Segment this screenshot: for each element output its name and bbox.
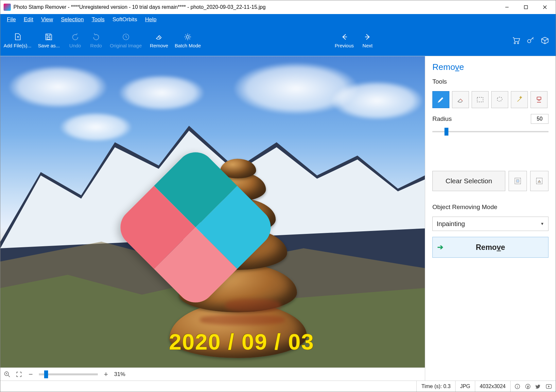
- panel-heading: Remove: [432, 62, 548, 72]
- tool-marker[interactable]: [432, 91, 449, 108]
- svg-point-8: [517, 42, 519, 44]
- arrow-left-icon: [340, 32, 349, 41]
- mode-select[interactable]: Inpainting ▼: [432, 217, 548, 231]
- mode-label: Object Removing Mode: [432, 204, 548, 211]
- svg-rect-1: [524, 6, 528, 9]
- add-files-button[interactable]: Add File(s)...: [0, 25, 35, 56]
- date-stamp-text: 2020 / 09 / 03: [169, 329, 314, 354]
- svg-point-15: [6, 373, 7, 374]
- maximize-button[interactable]: [516, 0, 535, 14]
- svg-rect-4: [47, 37, 50, 39]
- svg-rect-17: [537, 97, 541, 100]
- window-title: Photo Stamp Remover - ****Unregistered v…: [13, 4, 497, 10]
- status-time: Time (s): 0.3: [416, 381, 455, 392]
- batch-mode-button[interactable]: Batch Mode: [171, 25, 204, 56]
- run-arrow-icon: ➔: [437, 243, 443, 252]
- gear-icon: [183, 32, 192, 41]
- status-format: JPG: [455, 381, 475, 392]
- box-icon[interactable]: [540, 36, 550, 45]
- undo-icon: [71, 32, 80, 41]
- zoom-percent: 31%: [114, 371, 125, 378]
- tool-clone-stamp[interactable]: [530, 91, 547, 108]
- menu-edit[interactable]: Edit: [20, 15, 37, 24]
- svg-point-14: [5, 372, 9, 376]
- mode-value: Inpainting: [437, 220, 465, 228]
- menu-selection[interactable]: Selection: [57, 15, 88, 24]
- previous-button[interactable]: Previous: [331, 25, 357, 56]
- zoom-actual-icon[interactable]: [4, 371, 11, 378]
- app-icon: [4, 4, 11, 11]
- menu-tools[interactable]: Tools: [88, 15, 109, 24]
- undo-button: Undo: [65, 25, 86, 56]
- tool-magic-wand[interactable]: [511, 91, 528, 108]
- menu-help[interactable]: Help: [141, 15, 160, 24]
- zoom-out-button[interactable]: −: [27, 371, 34, 378]
- menu-view[interactable]: View: [37, 15, 57, 24]
- tool-lasso-select[interactable]: [491, 91, 508, 108]
- tool-eraser[interactable]: [452, 91, 469, 108]
- chevron-down-icon: ▼: [540, 221, 544, 226]
- radius-label: Radius: [432, 115, 452, 122]
- save-selection-button[interactable]: [509, 171, 527, 191]
- add-file-icon: [13, 32, 22, 41]
- redo-icon: [92, 32, 101, 41]
- key-icon[interactable]: [526, 36, 535, 45]
- info-icon[interactable]: [514, 383, 521, 390]
- arrow-right-icon: [363, 32, 372, 41]
- original-image-button: Original Image: [107, 25, 145, 56]
- load-selection-button[interactable]: [530, 171, 548, 191]
- save-as-button[interactable]: Save as...: [35, 25, 63, 56]
- save-icon: [44, 32, 53, 41]
- svg-point-7: [514, 42, 515, 44]
- cart-icon[interactable]: [511, 36, 521, 45]
- next-button[interactable]: Next: [357, 25, 378, 56]
- svg-point-6: [186, 36, 189, 38]
- twitter-icon[interactable]: [535, 383, 542, 390]
- zoom-fit-icon[interactable]: [15, 371, 23, 378]
- minimize-button[interactable]: [497, 0, 516, 14]
- facebook-icon[interactable]: [524, 383, 531, 390]
- tools-label: Tools: [432, 78, 548, 85]
- remove-button[interactable]: Remove: [147, 25, 171, 56]
- zoom-in-button[interactable]: +: [102, 371, 110, 378]
- zoom-slider[interactable]: [39, 373, 98, 375]
- redo-button: Redo: [86, 25, 107, 56]
- close-button[interactable]: [535, 0, 554, 14]
- radius-slider[interactable]: [432, 131, 548, 132]
- radius-input[interactable]: [531, 114, 548, 124]
- image-canvas[interactable]: 2020 / 09 / 03: [0, 56, 425, 368]
- tool-rectangle-select[interactable]: [472, 91, 489, 108]
- menu-file[interactable]: File: [3, 15, 20, 24]
- status-dimensions: 4032x3024: [475, 381, 510, 392]
- youtube-icon[interactable]: [545, 383, 552, 390]
- eraser-icon: [154, 32, 164, 41]
- clear-selection-button[interactable]: Clear Selection: [432, 171, 505, 191]
- panel-remove-button[interactable]: ➔ Remove: [432, 237, 548, 258]
- menu-softorbits[interactable]: SoftOrbits: [109, 15, 141, 24]
- original-image-icon: [121, 32, 130, 41]
- svg-rect-16: [477, 97, 483, 102]
